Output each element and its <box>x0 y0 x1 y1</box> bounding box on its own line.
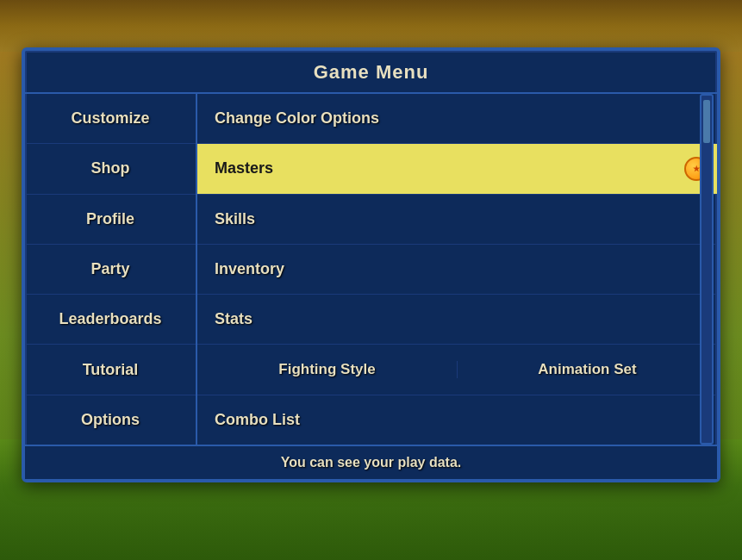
sidebar-item-shop[interactable]: Shop <box>25 144 196 194</box>
content-item-fighting-animation: Fighting Style Animation Set <box>197 345 717 395</box>
sidebar-item-leaderboards[interactable]: Leaderboards <box>25 295 196 345</box>
sidebar-item-options[interactable]: Options <box>25 395 196 445</box>
sidebar-item-tutorial[interactable]: Tutorial <box>25 345 196 395</box>
content-item-skills[interactable]: Skills <box>197 195 717 245</box>
menu-body: Customize Shop Profile Party Leaderboard… <box>25 94 717 445</box>
fighting-style-button[interactable]: Fighting Style <box>197 361 458 378</box>
menu-title: Game Menu <box>25 51 717 94</box>
content-item-stats[interactable]: Stats <box>197 295 717 345</box>
game-menu: Game Menu Customize Shop Profile Party L… <box>22 47 720 482</box>
animation-set-button[interactable]: Animation Set <box>458 361 717 378</box>
sidebar-item-customize[interactable]: Customize <box>25 94 196 144</box>
right-content: Change Color Options Masters ★ Skills In… <box>197 94 717 445</box>
bg-top <box>0 0 742 52</box>
content-item-change-color-options[interactable]: Change Color Options <box>197 94 717 144</box>
left-nav: Customize Shop Profile Party Leaderboard… <box>25 94 197 445</box>
scrollbar-thumb <box>703 100 710 143</box>
scrollbar[interactable] <box>700 94 714 445</box>
content-item-masters[interactable]: Masters ★ <box>197 144 717 194</box>
content-item-combo-list[interactable]: Combo List <box>197 395 717 445</box>
content-item-inventory[interactable]: Inventory <box>197 245 717 295</box>
sidebar-item-party[interactable]: Party <box>25 245 196 295</box>
status-bar: You can see your play data. <box>25 445 717 479</box>
sidebar-item-profile[interactable]: Profile <box>25 195 196 245</box>
masters-label: Masters <box>215 159 273 177</box>
